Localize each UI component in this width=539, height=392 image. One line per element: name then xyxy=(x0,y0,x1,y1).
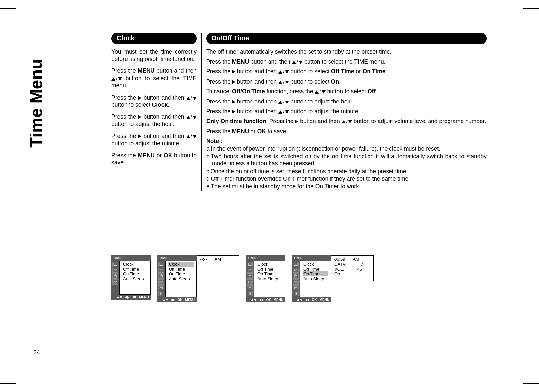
onoff-step-minute: Press the button and then / button to ad… xyxy=(206,108,487,115)
onoff-heading: On/Off Time xyxy=(206,33,487,44)
onoff-step-cancel: To cancel Off/On Time function, press th… xyxy=(206,88,487,95)
svg-rect-14 xyxy=(249,293,251,295)
svg-rect-10 xyxy=(249,276,251,277)
triangle-down-icon xyxy=(285,110,289,114)
onoff-step-select: Press the button and then / button to se… xyxy=(206,68,487,75)
svg-rect-16 xyxy=(294,276,297,277)
triangle-up-icon xyxy=(278,70,282,74)
osd-category-icon xyxy=(293,273,299,279)
osd-item: On Time xyxy=(122,271,148,276)
osd-category-icon xyxy=(247,268,253,273)
osd-footer: OK MENU xyxy=(157,297,197,302)
osd-category-icon xyxy=(112,279,118,285)
svg-rect-6 xyxy=(160,287,162,289)
triangle-up-icon xyxy=(186,97,190,100)
clock-step-select: Press the button and then / button to se… xyxy=(111,94,197,109)
detail-state: On xyxy=(334,271,340,276)
svg-rect-3 xyxy=(160,263,163,265)
osd-item: Auto Sleep xyxy=(168,276,194,281)
osd-menu-4: TIME ClockOff TimeOn TimeAuto Sleep OK M… xyxy=(292,255,331,302)
osd-item: Auto Sleep xyxy=(257,276,282,281)
osd-category-icon xyxy=(247,262,253,267)
osd-title: TIME xyxy=(157,255,197,261)
osd-item: Clock xyxy=(257,262,282,267)
detail-time: --:-- xyxy=(200,257,207,262)
osd-category-icon xyxy=(293,268,299,273)
triangle-down-icon xyxy=(285,101,289,104)
osd-category-icon xyxy=(158,285,164,290)
osd-item: Off Time xyxy=(122,267,148,271)
note-c: c.Once the on or off time is set, these … xyxy=(206,168,487,175)
clock-step-minute: Press the button and then / button to ad… xyxy=(111,132,197,147)
detail-time: 06:59 xyxy=(334,257,345,262)
osd-footer: OK MENU xyxy=(111,295,151,300)
detail-ampm: AM xyxy=(215,257,221,262)
osd-category-icon xyxy=(247,279,253,285)
triangle-up-icon xyxy=(278,110,282,114)
osd-category-icon xyxy=(112,262,118,267)
svg-rect-8 xyxy=(161,293,162,295)
clock-intro: You must set the time correctly before u… xyxy=(111,48,197,63)
osd-category-icon xyxy=(158,279,164,285)
notes-list: a.In the event of power interruption (di… xyxy=(206,145,487,190)
triangle-right-icon xyxy=(232,100,235,104)
triangle-up-icon xyxy=(315,90,319,94)
svg-rect-18 xyxy=(294,287,297,289)
osd-item: Clock xyxy=(122,262,148,267)
note-b: b.Two hours after the set is switched on… xyxy=(206,153,487,167)
osd-footer: OK MENU xyxy=(292,297,331,302)
triangle-right-icon xyxy=(232,80,235,84)
triangle-right-icon xyxy=(232,70,235,74)
osd-item: Off Time xyxy=(303,267,328,271)
osd-category-icons xyxy=(157,261,165,297)
triangle-up-icon xyxy=(342,120,346,123)
osd-item: Off Time xyxy=(168,267,194,271)
triangle-right-icon xyxy=(138,115,141,119)
osd-footer: OK MENU xyxy=(246,297,285,302)
note-e: e.The set must be in standby mode for th… xyxy=(206,183,487,190)
osd-category-icon xyxy=(293,291,299,296)
osd-item: Auto Sleep xyxy=(303,276,328,281)
triangle-down-icon xyxy=(322,90,326,94)
clock-step-save: Press the MENU or OK button to save. xyxy=(111,152,197,166)
osd-title: TIME xyxy=(292,255,331,261)
osd-item-list: ClockOff TimeOn TimeAuto Sleep xyxy=(254,261,285,297)
triangle-down-icon xyxy=(193,116,197,119)
osd-detail-panel: 06:59 AM CATV.7 VOL.46 On xyxy=(331,255,374,281)
triangle-down-icon xyxy=(285,70,289,74)
osd-menu-2: TIME ClockOff TimeOn TimeAuto Sleep OK M… xyxy=(157,255,197,302)
osd-category-icon xyxy=(158,273,164,279)
osd-title: TIME xyxy=(246,255,285,261)
onoff-step-only-on: Only On time function; Press the button … xyxy=(206,118,487,125)
osd-category-icon xyxy=(293,279,299,285)
onoff-step-on: Press the button and then / button to se… xyxy=(206,78,487,85)
content-area: Clock You must set the time correctly be… xyxy=(111,33,487,191)
triangle-up-icon xyxy=(278,101,282,104)
triangle-up-icon xyxy=(278,81,282,84)
triangle-right-icon xyxy=(295,120,298,123)
detail-vol-label: VOL. xyxy=(334,267,344,271)
triangle-down-icon xyxy=(193,135,197,138)
triangle-up-icon xyxy=(292,61,296,64)
onoff-step-menu: Press the MENU button and then / button … xyxy=(206,58,487,65)
osd-category-icon xyxy=(247,273,253,279)
triangle-right-icon xyxy=(138,96,141,100)
osd-item: Off Time xyxy=(257,267,282,271)
note-a: a.In the event of power interruption (di… xyxy=(206,145,487,152)
osd-category-icon xyxy=(293,285,299,290)
triangle-up-icon xyxy=(111,77,115,81)
detail-vol-value: 46 xyxy=(357,267,362,271)
osd-item: On Time xyxy=(168,271,194,276)
osd-category-icons xyxy=(292,261,300,297)
osd-menu-3: TIME ClockOff TimeOn TimeAuto Sleep OK M… xyxy=(246,255,285,302)
svg-rect-12 xyxy=(249,287,251,289)
note-d: d.Off Timer function overrides On Timer … xyxy=(206,175,487,182)
clock-step-hour: Press the button and then / button to ad… xyxy=(111,113,197,128)
triangle-down-icon xyxy=(193,97,197,100)
svg-rect-9 xyxy=(248,263,251,265)
detail-catv-label: CATV. xyxy=(334,262,346,267)
onoff-column: On/Off Time The off timer automatically … xyxy=(202,33,487,191)
triangle-right-icon xyxy=(232,110,235,114)
osd-detail-panel: --:-- AM xyxy=(197,255,239,281)
triangle-down-icon xyxy=(348,120,352,123)
